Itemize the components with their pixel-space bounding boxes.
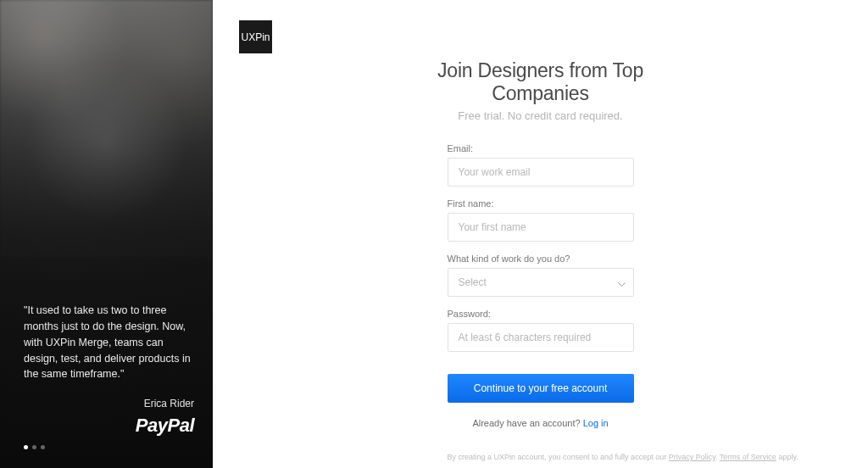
testimonial-company-logo: PayPal: [24, 415, 194, 437]
work-type-select[interactable]: Select: [448, 268, 634, 297]
page-title: Join Designers from Top Companies: [401, 59, 681, 105]
carousel-dot-1[interactable]: [24, 445, 28, 449]
testimonial-quote: "It used to take us two to three months …: [24, 303, 194, 382]
email-label: Email:: [448, 143, 634, 153]
carousel-dots: [24, 445, 194, 449]
existing-account-prompt: Already have an account? Log in: [448, 418, 634, 428]
terms-link[interactable]: Terms of Service: [720, 453, 776, 461]
testimonial-sidebar: "It used to take us two to three months …: [0, 0, 213, 468]
brand-logo[interactable]: UXPin: [239, 20, 272, 53]
work-type-label: What kind of work do you do?: [448, 254, 634, 264]
carousel-dot-2[interactable]: [32, 445, 36, 449]
first-name-field[interactable]: [448, 213, 634, 242]
password-field[interactable]: [448, 323, 634, 352]
login-link[interactable]: Log in: [583, 418, 609, 428]
first-name-label: First name:: [448, 198, 634, 209]
already-text: Already have an account?: [472, 418, 582, 428]
signup-form: Email: First name: What kind of work do …: [448, 143, 634, 463]
legal-text: By creating a UXPin account, you consent…: [448, 452, 634, 463]
page-subtitle: Free trial. No credit card required.: [401, 109, 681, 122]
continue-button[interactable]: Continue to your free account: [448, 374, 634, 403]
testimonial-author: Erica Rider: [24, 398, 194, 410]
privacy-policy-link[interactable]: Privacy Policy: [669, 453, 715, 461]
email-field[interactable]: [448, 158, 634, 187]
carousel-dot-3[interactable]: [41, 445, 45, 449]
signup-panel: UXPin Join Designers from Top Companies …: [213, 0, 868, 468]
password-label: Password:: [448, 309, 634, 319]
